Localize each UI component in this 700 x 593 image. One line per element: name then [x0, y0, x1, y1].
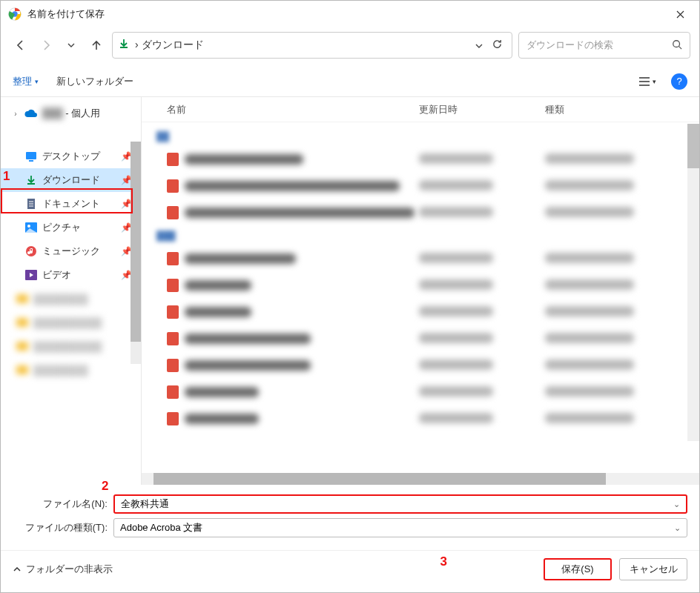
search-placeholder: ダウンロードの検索: [526, 39, 672, 52]
address-bar[interactable]: › ダウンロード: [112, 32, 512, 59]
pictures-icon: [24, 221, 38, 234]
forward-button[interactable]: [36, 36, 56, 54]
toolbar: 整理▾ 新しいフォルダー ▾ ?: [1, 66, 699, 97]
search-icon: [672, 39, 682, 52]
chrome-icon: [8, 7, 22, 21]
footer: フォルダーの非表示 3 保存(S) キャンセル: [1, 550, 699, 592]
chevron-up-icon: [13, 565, 22, 574]
nav-row: › ダウンロード ダウンロードの検索: [1, 27, 699, 66]
search-input[interactable]: ダウンロードの検索: [518, 32, 690, 59]
desktop-icon: [24, 150, 38, 163]
file-row[interactable]: [142, 146, 699, 173]
music-icon: [24, 245, 38, 258]
document-icon: [24, 197, 38, 211]
tree-item-blurred[interactable]: ██████████: [1, 334, 141, 358]
file-row[interactable]: [142, 352, 699, 379]
file-row[interactable]: [142, 379, 699, 405]
tree-videos[interactable]: ビデオ📌: [1, 263, 141, 287]
date-group: ██: [142, 127, 699, 146]
tree-scrollbar[interactable]: [131, 142, 141, 364]
address-history-icon[interactable]: [470, 38, 488, 53]
filetype-label: ファイルの種類(T):: [1, 521, 113, 534]
h-scrollbar[interactable]: [142, 473, 699, 485]
window-title: 名前を付けて保存: [27, 7, 664, 21]
svg-rect-4: [29, 160, 33, 162]
tree-music[interactable]: ミュージック📌: [1, 239, 141, 263]
svg-rect-10: [16, 294, 28, 303]
nav-tree: › ███ - 個人用 デスクトップ📌 ダウンロード📌 ドキュメント📌 ピクチャ…: [1, 97, 142, 485]
file-list: 名前 更新日時 種類 ██ ███: [142, 97, 699, 485]
tree-documents[interactable]: ドキュメント📌: [1, 192, 141, 216]
back-button[interactable]: [11, 36, 30, 54]
annotation-marker-1: 1: [3, 169, 10, 184]
history-dropdown[interactable]: [62, 36, 81, 54]
close-button[interactable]: [664, 3, 696, 25]
v-scrollbar[interactable]: [687, 124, 699, 441]
list-header[interactable]: 名前 更新日時 種類: [142, 97, 699, 122]
svg-rect-11: [16, 318, 28, 327]
refresh-icon[interactable]: [488, 39, 506, 52]
view-menu[interactable]: ▾: [638, 76, 656, 87]
tree-item-blurred[interactable]: ████████: [1, 287, 141, 311]
filename-input[interactable]: 全教科共通⌄: [113, 494, 687, 514]
file-row[interactable]: [142, 173, 699, 199]
col-type[interactable]: 種類: [545, 103, 699, 116]
annotation-marker-3: 3: [440, 554, 447, 569]
svg-rect-13: [16, 365, 28, 374]
tree-desktop[interactable]: デスクトップ📌: [1, 145, 141, 168]
video-icon: [24, 268, 38, 282]
file-row[interactable]: [142, 325, 699, 352]
organize-menu[interactable]: 整理▾: [13, 75, 39, 88]
up-button[interactable]: [87, 36, 106, 54]
file-row[interactable]: [142, 299, 699, 325]
tree-item-blurred[interactable]: ████████: [1, 358, 141, 382]
annotation-marker-2: 2: [102, 479, 108, 494]
save-form: 2 ファイル名(N): 全教科共通⌄ ファイルの種類(T): Adobe Acr…: [1, 485, 699, 544]
svg-point-7: [27, 225, 30, 228]
col-name[interactable]: 名前: [167, 103, 419, 116]
breadcrumb: › ダウンロード: [135, 39, 470, 52]
new-folder-button[interactable]: 新しいフォルダー: [56, 75, 133, 88]
tree-onedrive[interactable]: › ███ - 個人用: [1, 102, 141, 125]
hide-folders-toggle[interactable]: フォルダーの非表示: [13, 563, 113, 576]
save-button[interactable]: 保存(S): [544, 558, 612, 580]
date-group: ███: [142, 226, 699, 245]
cancel-button[interactable]: キャンセル: [619, 558, 687, 580]
onedrive-icon: [24, 107, 38, 120]
titlebar: 名前を付けて保存: [1, 1, 699, 27]
file-row[interactable]: [142, 272, 699, 299]
file-row[interactable]: [142, 405, 699, 432]
tree-pictures[interactable]: ピクチャ📌: [1, 216, 141, 239]
download-folder-icon: [119, 39, 129, 52]
svg-rect-12: [16, 342, 28, 351]
file-row[interactable]: [142, 245, 699, 272]
tree-downloads[interactable]: ダウンロード📌: [1, 168, 141, 192]
file-row[interactable]: [142, 199, 699, 226]
filetype-select[interactable]: Adobe Acroba 文書⌄: [113, 518, 687, 537]
chevron-down-icon[interactable]: ⌄: [674, 523, 681, 533]
svg-rect-3: [26, 152, 36, 159]
col-date[interactable]: 更新日時: [419, 103, 545, 116]
chevron-down-icon[interactable]: ⌄: [673, 500, 680, 509]
help-button[interactable]: ?: [671, 73, 687, 90]
download-icon: [24, 173, 38, 187]
filename-label: ファイル名(N):: [1, 497, 113, 511]
tree-item-blurred[interactable]: ██████████: [1, 311, 141, 334]
svg-point-2: [673, 40, 680, 47]
